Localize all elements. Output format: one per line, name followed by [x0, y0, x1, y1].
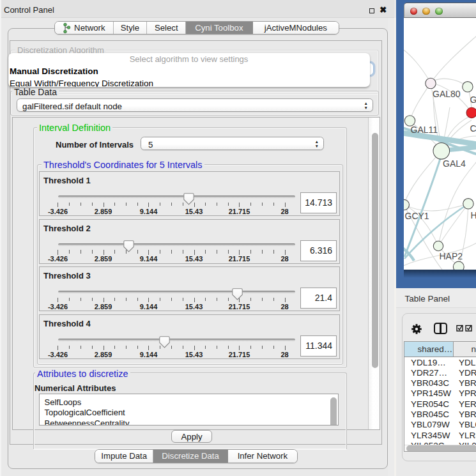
- svg-text:GAL80: GAL80: [433, 89, 461, 99]
- svg-text:GCY1: GCY1: [404, 211, 429, 221]
- svg-text:GAL11: GAL11: [410, 125, 438, 135]
- svg-text:C: C: [470, 123, 476, 134]
- svg-text:GAL4: GAL4: [443, 158, 466, 169]
- svg-text:HAP2: HAP2: [439, 251, 463, 261]
- svg-text:GA: GA: [470, 95, 476, 105]
- svg-text:H: H: [470, 210, 476, 220]
